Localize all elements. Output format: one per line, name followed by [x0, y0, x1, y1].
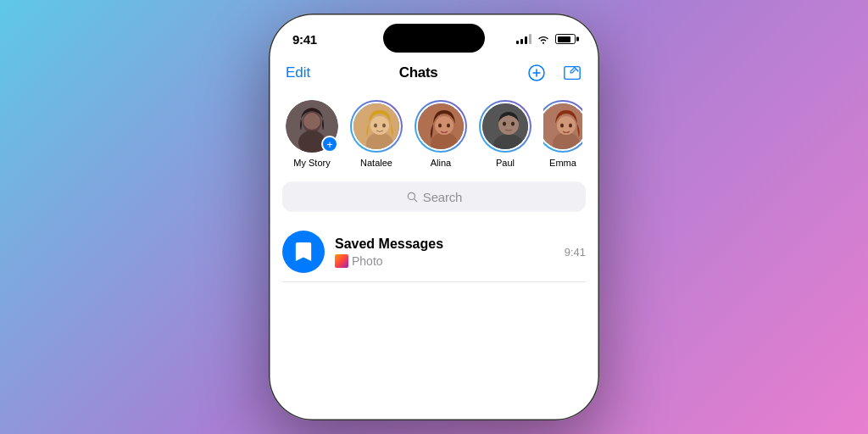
story-item-mystory[interactable]: + My Story — [286, 100, 338, 168]
svg-point-12 — [382, 124, 386, 128]
phone-frame: 9:41 Edit Chats — [269, 14, 599, 420]
chat-preview-text: Photo — [352, 254, 383, 268]
chat-name-saved-messages: Saved Messages — [335, 236, 554, 252]
story-item-natalee[interactable]: Natalee — [350, 100, 403, 168]
story-avatar-mystory: + — [286, 100, 338, 153]
svg-point-15 — [435, 116, 453, 135]
svg-point-17 — [447, 124, 450, 128]
svg-point-7 — [303, 113, 320, 130]
saved-messages-avatar — [282, 231, 325, 273]
stories-row: + My Story — [269, 93, 599, 181]
svg-point-25 — [557, 116, 576, 135]
svg-point-27 — [569, 124, 572, 128]
wifi-icon — [537, 34, 550, 44]
story-avatar-alina — [415, 100, 467, 153]
new-story-button[interactable] — [526, 63, 547, 83]
bookmark-icon — [294, 241, 313, 263]
nav-bar: Edit Chats — [269, 59, 599, 93]
search-bar[interactable]: Search — [282, 181, 586, 212]
chat-content-saved-messages: Saved Messages Photo — [335, 236, 554, 268]
story-item-alina[interactable]: Alina — [415, 100, 467, 168]
story-item-emma[interactable]: Emma — [543, 100, 582, 168]
story-label-alina: Alina — [431, 158, 451, 168]
story-avatar-paul — [479, 100, 531, 153]
svg-point-22 — [511, 122, 515, 126]
chat-preview-saved-messages: Photo — [335, 254, 554, 268]
svg-point-21 — [503, 122, 506, 126]
chat-item-saved-messages[interactable]: Saved Messages Photo 9:41 — [282, 222, 586, 282]
edit-button[interactable]: Edit — [286, 64, 310, 81]
story-avatar-natalee — [350, 100, 403, 153]
dynamic-island — [383, 24, 485, 53]
search-bar-container: Search — [269, 181, 599, 222]
photo-thumbnail-icon — [335, 254, 348, 268]
story-avatar-emma — [543, 100, 582, 153]
nav-action-icons — [526, 63, 582, 83]
story-label-emma: Emma — [549, 158, 576, 168]
svg-point-11 — [374, 124, 377, 128]
add-story-icon[interactable]: + — [321, 136, 338, 153]
status-icons — [516, 34, 576, 44]
svg-line-29 — [414, 199, 416, 202]
new-chat-button[interactable] — [562, 63, 582, 83]
status-time: 9:41 — [292, 32, 317, 47]
svg-point-16 — [438, 124, 442, 128]
search-placeholder: Search — [423, 190, 462, 204]
story-item-paul[interactable]: Paul — [479, 100, 531, 168]
page-title: Chats — [399, 64, 438, 81]
battery-icon — [555, 34, 576, 44]
svg-point-26 — [560, 124, 564, 128]
story-label-natalee: Natalee — [360, 158, 392, 168]
signal-bars-icon — [516, 34, 531, 44]
chat-list: Saved Messages Photo 9:41 — [269, 222, 599, 282]
search-icon — [406, 191, 418, 203]
story-label-mystory: My Story — [293, 158, 330, 168]
chat-time-saved-messages: 9:41 — [565, 246, 586, 259]
story-label-paul: Paul — [496, 158, 515, 168]
